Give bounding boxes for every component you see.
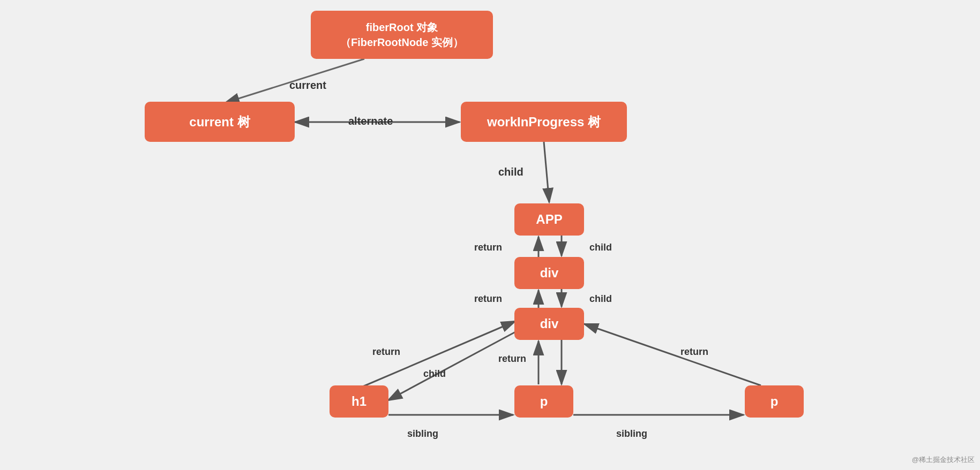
child2-label: child — [589, 242, 612, 253]
h1-node: h1 — [330, 385, 388, 418]
div1-node: div — [514, 257, 584, 289]
div2-node: div — [514, 308, 584, 340]
svg-line-12 — [388, 332, 515, 400]
p1-node: p — [514, 385, 573, 418]
current-label: current — [289, 79, 326, 92]
app-node: APP — [514, 203, 584, 236]
diagram: fiberRoot 对象 （FiberRootNode 实例） current … — [0, 0, 980, 470]
child1-label: child — [498, 166, 523, 178]
fiberroot-node: fiberRoot 对象 （FiberRootNode 实例） — [311, 11, 493, 59]
return5-label: return — [680, 346, 708, 358]
p2-node: p — [745, 385, 804, 418]
workinprogress-node: workInProgress 树 — [461, 102, 627, 142]
sibling2-label: sibling — [616, 428, 647, 439]
child4-label: child — [423, 368, 446, 380]
child3-label: child — [589, 293, 612, 305]
current-tree-node: current 树 — [145, 102, 295, 142]
return2-label: return — [474, 293, 502, 305]
return3-label: return — [372, 346, 400, 358]
svg-line-15 — [584, 324, 761, 385]
watermark: @稀土掘金技术社区 — [912, 455, 975, 465]
return1-label: return — [474, 242, 502, 253]
arrows-svg — [0, 0, 980, 470]
alternate-label: alternate — [348, 115, 393, 127]
return4-label: return — [498, 353, 526, 365]
sibling1-label: sibling — [407, 428, 438, 439]
svg-line-4 — [544, 142, 549, 202]
